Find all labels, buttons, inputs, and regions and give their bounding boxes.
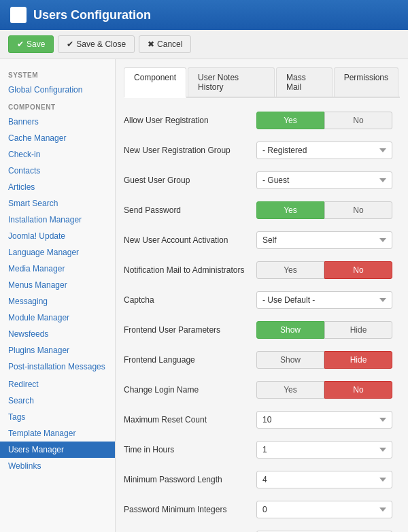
sidebar-item-module-manager[interactable]: Module Manager	[0, 310, 115, 326]
sidebar-item-language-manager[interactable]: Language Manager	[0, 244, 115, 261]
sidebar-item-joomla-update[interactable]: Joomla! Update	[0, 228, 115, 244]
change-login-name-toggle: Yes No	[256, 381, 392, 399]
frontend-params-hide-btn[interactable]: Hide	[324, 321, 392, 339]
system-section-label: System	[0, 66, 115, 82]
change-login-name-control: Yes No	[256, 381, 400, 399]
cancel-button[interactable]: ✖ Cancel	[139, 35, 191, 53]
frontend-params-show-btn[interactable]: Show	[256, 321, 324, 339]
frontend-user-parameters-control: Show Hide	[256, 321, 400, 339]
sidebar-item-plugins-manager[interactable]: Plugins Manager	[0, 342, 115, 359]
sidebar-item-check-in[interactable]: Check-in	[0, 146, 115, 163]
save-label: Save	[27, 39, 45, 49]
guest-user-group-control: - Guest	[256, 171, 400, 189]
captcha-label: Captcha	[124, 295, 256, 305]
frontend-lang-show-btn[interactable]: Show	[256, 351, 324, 369]
sidebar-item-users-manager[interactable]: Users Manager	[0, 442, 115, 458]
sidebar-item-newsfeeds[interactable]: Newsfeeds	[0, 326, 115, 342]
allow-registration-no-btn[interactable]: No	[324, 112, 392, 129]
captcha-control: - Use Default -	[256, 291, 400, 309]
new-user-account-activation-select[interactable]: Self	[256, 231, 392, 249]
sidebar-item-template-manager[interactable]: Template Manager	[0, 425, 115, 442]
password-minimum-integers-label: Password Minimum Integers	[124, 505, 256, 514]
sidebar-item-menus-manager[interactable]: Menus Manager	[0, 277, 115, 293]
svg-rect-3	[19, 16, 23, 20]
minimum-password-length-label: Minimum Password Length	[124, 475, 256, 484]
send-password-yes-btn[interactable]: Yes	[256, 201, 324, 219]
notification-mail-control: Yes No	[256, 261, 400, 279]
change-login-name-label: Change Login Name	[124, 385, 256, 395]
sidebar-item-search[interactable]: Search	[0, 393, 115, 409]
toolbar: ✔ Save ✔ Save & Close ✖ Cancel	[0, 30, 408, 59]
sidebar-item-weblinks[interactable]: Weblinks	[0, 458, 115, 474]
send-password-row: Send Password Yes No	[124, 199, 400, 222]
cancel-label: Cancel	[157, 39, 182, 49]
sidebar-item-tags[interactable]: Tags	[0, 409, 115, 425]
sidebar-item-articles[interactable]: Articles	[0, 179, 115, 195]
sidebar-item-installation-manager[interactable]: Installation Manager	[0, 212, 115, 228]
send-password-label: Send Password	[124, 205, 256, 215]
allow-user-registration-label: Allow User Registration	[124, 116, 256, 125]
time-in-hours-select[interactable]: 1	[256, 441, 392, 459]
tab-component[interactable]: Component	[124, 67, 186, 98]
send-password-no-btn[interactable]: No	[324, 201, 392, 219]
allow-user-registration-toggle: Yes No	[256, 112, 392, 129]
captcha-row: Captcha - Use Default -	[124, 288, 400, 312]
svg-rect-2	[14, 16, 18, 20]
time-in-hours-row: Time in Hours 1	[124, 438, 400, 461]
save-close-button[interactable]: ✔ Save & Close	[58, 35, 135, 53]
tab-user-notes-history[interactable]: User Notes History	[188, 67, 275, 97]
frontend-language-row: Frontend Language Show Hide	[124, 348, 400, 371]
frontend-language-label: Frontend Language	[124, 355, 256, 365]
notification-mail-toggle: Yes No	[256, 261, 392, 279]
allow-registration-yes-btn[interactable]: Yes	[256, 112, 324, 129]
sidebar-item-media-manager[interactable]: Media Manager	[0, 261, 115, 277]
new-user-account-activation-control: Self	[256, 231, 400, 249]
change-login-yes-btn[interactable]: Yes	[256, 381, 324, 399]
change-login-no-btn[interactable]: No	[324, 381, 392, 399]
password-minimum-integers-control: 0	[256, 501, 400, 518]
password-minimum-integers-row: Password Minimum Integers 0	[124, 498, 400, 521]
sidebar-item-redirect[interactable]: Redirect	[0, 376, 115, 393]
sidebar-item-cache-manager[interactable]: Cache Manager	[0, 130, 115, 146]
app-icon	[10, 7, 27, 23]
notification-mail-yes-btn[interactable]: Yes	[256, 261, 324, 279]
minimum-password-length-control: 4	[256, 471, 400, 488]
page-title: Users Configuration	[33, 8, 151, 22]
save-close-label: Save & Close	[76, 39, 126, 49]
allow-user-registration-row: Allow User Registration Yes No	[124, 109, 400, 132]
guest-user-group-label: Guest User Group	[124, 176, 256, 185]
captcha-select[interactable]: - Use Default -	[256, 291, 392, 309]
frontend-user-parameters-label: Frontend User Parameters	[124, 325, 256, 335]
page-header: Users Configuration	[0, 0, 408, 30]
frontend-language-control: Show Hide	[256, 351, 400, 369]
guest-user-group-row: Guest User Group - Guest	[124, 169, 400, 192]
tab-permissions[interactable]: Permissions	[334, 67, 398, 97]
frontend-user-parameters-toggle: Show Hide	[256, 321, 392, 339]
tabs-bar: Component User Notes History Mass Mail P…	[124, 67, 400, 98]
tab-mass-mail[interactable]: Mass Mail	[276, 67, 333, 97]
sidebar-item-messaging[interactable]: Messaging	[0, 293, 115, 310]
svg-rect-0	[14, 10, 18, 14]
change-login-name-row: Change Login Name Yes No	[124, 378, 400, 401]
minimum-password-length-select[interactable]: 4	[256, 471, 392, 488]
notification-mail-no-btn[interactable]: No	[324, 261, 392, 279]
maximum-reset-count-select[interactable]: 10	[256, 411, 392, 429]
frontend-language-toggle: Show Hide	[256, 351, 392, 369]
frontend-lang-hide-btn[interactable]: Hide	[324, 351, 392, 369]
sidebar-item-post-installation[interactable]: Post-installation Messages	[0, 359, 115, 376]
sidebar-item-global-config[interactable]: Global Configuration	[0, 82, 115, 98]
send-password-control: Yes No	[256, 201, 400, 219]
sidebar-item-smart-search[interactable]: Smart Search	[0, 195, 115, 212]
time-in-hours-control: 1	[256, 441, 400, 459]
sidebar: System Global Configuration Component Ba…	[0, 59, 116, 532]
notification-mail-row: Notification Mail to Administrators Yes …	[124, 259, 400, 282]
guest-user-group-select[interactable]: - Guest	[256, 171, 392, 189]
sidebar-item-contacts[interactable]: Contacts	[0, 163, 115, 179]
main-layout: System Global Configuration Component Ba…	[0, 59, 408, 532]
new-user-registration-group-select[interactable]: - Registered	[256, 142, 392, 159]
maximum-reset-count-row: Maximum Reset Count 10	[124, 408, 400, 431]
password-minimum-integers-select[interactable]: 0	[256, 501, 392, 518]
sidebar-item-banners[interactable]: Banners	[0, 114, 115, 130]
save-button[interactable]: ✔ Save	[8, 35, 54, 53]
new-user-registration-group-row: New User Registration Group - Registered	[124, 139, 400, 162]
